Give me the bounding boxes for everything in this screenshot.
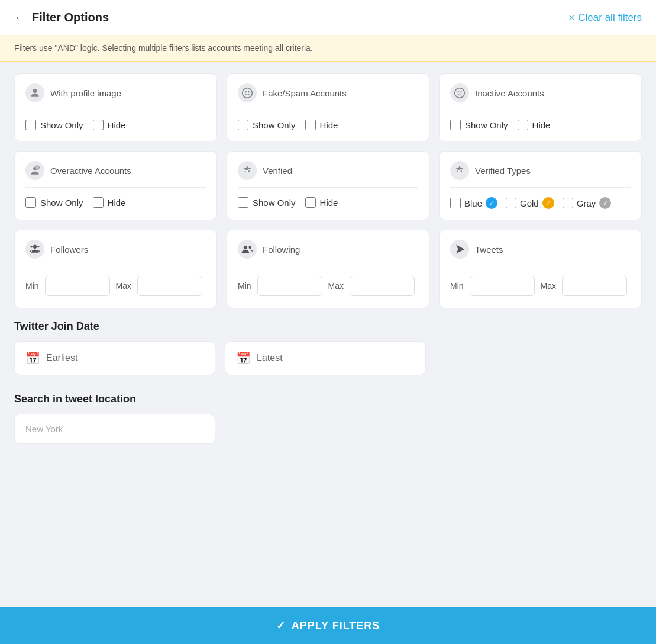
profile-image-show-only-label[interactable]: Show Only: [25, 120, 83, 130]
verified-type-gray-checkbox[interactable]: [563, 198, 573, 208]
followers-icon: [25, 240, 44, 259]
profile-image-hide-checkbox[interactable]: [93, 120, 104, 130]
location-input-wrapper: [14, 414, 215, 444]
svg-point-0: [33, 89, 37, 93]
filter-grid: With profile image Show Only Hide: [14, 73, 642, 220]
clear-all-filters-label: Clear all filters: [578, 12, 642, 24]
tweets-card-header: Tweets: [450, 240, 631, 266]
fake-spam-hide-label[interactable]: Hide: [305, 120, 338, 130]
followers-range-row: Min Max: [25, 276, 206, 296]
tweets-max-input[interactable]: [562, 276, 627, 296]
main-content: With profile image Show Only Hide: [0, 62, 656, 503]
info-banner-text: Filters use "AND" logic. Selecting multi…: [14, 43, 313, 53]
card-header-inactive: Inactive Accounts: [450, 83, 631, 110]
fake-spam-icon: [238, 83, 257, 102]
blue-badge-icon: ✓: [486, 197, 497, 209]
inactive-hide-label[interactable]: Hide: [518, 120, 551, 130]
filter-card-inactive: Inactive Accounts Show Only Hide: [439, 73, 642, 141]
verified-type-gold-checkbox[interactable]: [506, 198, 516, 208]
fake-spam-show-only-label[interactable]: Show Only: [238, 120, 296, 130]
apply-filters-bar[interactable]: ✓ APPLY FILTERS: [0, 607, 656, 644]
inactive-hide-checkbox[interactable]: [518, 120, 528, 130]
inactive-show-only-label[interactable]: Show Only: [450, 120, 508, 130]
range-card-followers: Followers Min Max: [14, 230, 217, 308]
fake-spam-title: Fake/Spam Accounts: [263, 88, 347, 98]
filter-card-verified: Verified Show Only Hide: [227, 151, 429, 220]
latest-calendar-icon: 📅: [236, 351, 251, 365]
verified-show-only-label[interactable]: Show Only: [238, 197, 296, 208]
profile-image-checkbox-row: Show Only Hide: [25, 120, 206, 130]
followers-min-input[interactable]: [45, 276, 110, 296]
card-header-verified-types: Verified Types: [450, 161, 631, 188]
profile-image-icon: [25, 83, 44, 102]
verified-type-gray-label[interactable]: Gray ✓: [563, 197, 612, 209]
overactive-title: Overactive Accounts: [50, 166, 131, 176]
tweets-max-label: Max: [541, 281, 556, 291]
back-button[interactable]: ←: [14, 11, 26, 24]
overactive-checkbox-row: Show Only Hide: [25, 197, 206, 208]
filter-card-verified-types: Verified Types Blue ✓ Gold ✓ Gray ✓: [439, 151, 642, 220]
header-left: ← Filter Options: [14, 11, 109, 24]
overactive-icon: ⚙: [25, 161, 44, 180]
svg-point-3: [248, 91, 250, 93]
followers-max-input[interactable]: [137, 276, 202, 296]
svg-point-5: [457, 91, 459, 93]
verified-type-gray-text: Gray: [577, 198, 596, 208]
latest-date-card[interactable]: 📅 Latest: [225, 341, 426, 375]
verified-type-blue-label[interactable]: Blue ✓: [450, 197, 497, 209]
inactive-title: Inactive Accounts: [475, 88, 544, 98]
verified-type-gold-text: Gold: [520, 198, 539, 208]
fake-spam-show-only-checkbox[interactable]: [238, 120, 248, 130]
svg-point-2: [245, 91, 247, 93]
svg-marker-12: [456, 245, 464, 254]
following-max-label: Max: [328, 281, 344, 291]
verified-type-gold-label[interactable]: Gold ✓: [506, 197, 554, 209]
filter-card-overactive: ⚙ Overactive Accounts Show Only Hide: [14, 151, 217, 220]
following-icon: [238, 240, 257, 259]
earliest-date-card[interactable]: 📅 Earliest: [14, 341, 215, 375]
svg-point-1: [243, 88, 253, 98]
earliest-date-label: Earliest: [46, 353, 77, 363]
location-search-input[interactable]: [14, 414, 215, 444]
card-header-verified: Verified: [238, 161, 418, 188]
profile-image-show-only-checkbox[interactable]: [25, 120, 36, 130]
date-grid: 📅 Earliest 📅 Latest: [14, 341, 642, 375]
verified-hide-label[interactable]: Hide: [305, 197, 338, 208]
date-section-title: Twitter Join Date: [14, 320, 642, 333]
apply-checkmark-icon: ✓: [276, 619, 286, 632]
latest-date-label: Latest: [257, 353, 283, 363]
range-filter-grid: Followers Min Max Foll: [14, 230, 642, 308]
clear-all-filters-button[interactable]: × Clear all filters: [568, 12, 642, 24]
verified-show-only-checkbox[interactable]: [238, 197, 248, 208]
overactive-hide-checkbox[interactable]: [93, 197, 104, 208]
following-title: Following: [263, 244, 300, 255]
fake-spam-checkbox-row: Show Only Hide: [238, 120, 418, 130]
following-min-label: Min: [238, 281, 251, 291]
verified-types-options-row: Blue ✓ Gold ✓ Gray ✓: [450, 197, 631, 209]
tweets-icon: [450, 240, 469, 259]
overactive-hide-label[interactable]: Hide: [93, 197, 126, 208]
gray-badge-icon: ✓: [599, 197, 611, 209]
inactive-show-only-checkbox[interactable]: [450, 120, 461, 130]
earliest-calendar-icon: 📅: [25, 351, 40, 365]
header: ← Filter Options × Clear all filters: [0, 0, 656, 35]
verified-checkbox-row: Show Only Hide: [238, 197, 418, 208]
inactive-checkbox-row: Show Only Hide: [450, 120, 631, 130]
fake-spam-hide-checkbox[interactable]: [305, 120, 316, 130]
verified-type-blue-text: Blue: [464, 198, 482, 208]
page-title: Filter Options: [32, 11, 109, 24]
overactive-show-only-label[interactable]: Show Only: [25, 197, 83, 208]
tweets-min-input[interactable]: [470, 276, 535, 296]
apply-filters-text: ✓ APPLY FILTERS: [276, 619, 380, 632]
date-section: Twitter Join Date 📅 Earliest 📅 Latest: [14, 320, 642, 375]
overactive-show-only-checkbox[interactable]: [25, 197, 36, 208]
following-max-input[interactable]: [350, 276, 415, 296]
verified-type-blue-checkbox[interactable]: [450, 198, 461, 208]
svg-point-6: [460, 91, 462, 93]
following-min-input[interactable]: [257, 276, 322, 296]
profile-image-hide-label[interactable]: Hide: [93, 120, 126, 130]
verified-types-icon: [450, 161, 469, 180]
verified-hide-checkbox[interactable]: [305, 197, 316, 208]
location-section: Search in tweet location: [14, 393, 642, 444]
svg-point-4: [455, 88, 465, 98]
